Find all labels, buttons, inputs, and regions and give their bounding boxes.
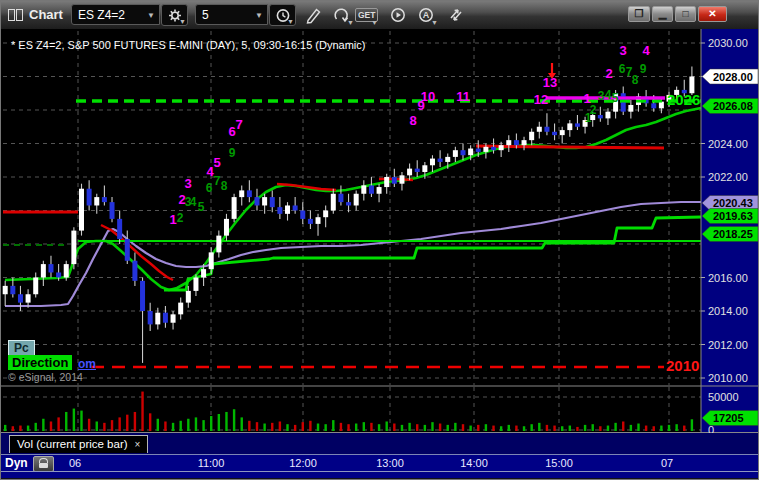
chevron-down-icon: ▼ <box>287 18 294 25</box>
svg-text:12: 12 <box>534 92 548 107</box>
settings-gear-button[interactable]: ▼ <box>161 4 188 26</box>
svg-text:6: 6 <box>619 62 626 76</box>
symbol-dropdown[interactable]: ES Z4=2 ▼ <box>71 4 160 25</box>
chevron-down-icon: ▼ <box>147 5 155 26</box>
link-arrows-icon <box>446 6 466 24</box>
svg-text:4: 4 <box>642 43 650 58</box>
chart-plot-area[interactable]: 1234567891011121312342345678912345678920… <box>1 29 759 433</box>
get-data-button[interactable]: GET ▼ <box>353 4 379 26</box>
title-bar: Chart ES Z4=2 ▼ ▼ 5 ▼ ▼ <box>1 1 758 30</box>
minimize-button[interactable]: ▁ <box>652 6 673 22</box>
time-axis-label: 06 <box>69 457 81 469</box>
lock-icon[interactable] <box>33 456 54 472</box>
pane-tab-row: Vol (current price bar)× <box>1 433 758 454</box>
svg-text:5: 5 <box>198 200 205 214</box>
maximize-button[interactable]: □ <box>675 6 696 22</box>
interval-clock-button[interactable]: ▼ <box>269 4 296 26</box>
draw-pencil-button[interactable] <box>301 4 327 26</box>
time-axis-label: 07 <box>661 457 673 469</box>
svg-text:7: 7 <box>235 117 242 132</box>
play-icon <box>388 6 408 24</box>
chevron-down-icon: ▼ <box>431 19 438 26</box>
minimize-icon: ▁ <box>659 8 667 19</box>
price-pane-background <box>1 29 701 386</box>
symbol-value: ES Z4=2 <box>78 8 125 22</box>
price-tag-value: 2028.00 <box>713 71 753 83</box>
svg-text:8: 8 <box>221 179 228 193</box>
chart-window: Chart ES Z4=2 ▼ ▼ 5 ▼ ▼ <box>0 0 759 480</box>
price-tag-value: 2019.63 <box>713 210 753 222</box>
direction-indicator-badge: Direction <box>8 355 72 370</box>
dock-icon: ❐ <box>635 8 644 19</box>
svg-text:2: 2 <box>177 211 184 225</box>
close-icon[interactable]: × <box>135 439 141 450</box>
level-2010-label: 2010 <box>666 357 699 374</box>
volume-axis-label: 50000 <box>708 391 739 403</box>
price-tag-value: 2026.08 <box>713 100 753 112</box>
time-axis-label: 11:00 <box>198 457 225 469</box>
alert-a-button[interactable]: A ▼ <box>413 4 439 26</box>
copyright-label: © eSignal, 2014 <box>8 371 83 383</box>
tab-volume-label: Vol (current price bar) <box>17 438 128 450</box>
window-title: Chart <box>29 7 63 22</box>
chart-window-icon <box>8 9 24 21</box>
svg-text:10: 10 <box>421 89 435 104</box>
time-axis-label: 12:00 <box>289 457 317 469</box>
time-axis-bar[interactable]: Dyn 0611:0012:0013:0014:0015:0007 <box>1 454 758 471</box>
chevron-down-icon: ▼ <box>371 19 378 26</box>
level-2026-label: 2026 <box>667 91 700 108</box>
svg-text:11: 11 <box>456 89 470 104</box>
price-axis-label: 2012.00 <box>708 339 748 351</box>
time-axis-label: 13:00 <box>376 457 404 469</box>
svg-text:5: 5 <box>612 91 619 105</box>
volume-tag-value: 17205 <box>713 412 744 424</box>
price-axis-label: 2022.00 <box>708 171 748 183</box>
pencil-icon <box>304 6 324 24</box>
svg-text:9: 9 <box>640 62 647 76</box>
link-instruments-button[interactable] <box>443 4 469 26</box>
dyn-mode-label: Dyn <box>5 456 28 470</box>
svg-text:9: 9 <box>229 146 236 160</box>
svg-text:2: 2 <box>590 103 597 117</box>
svg-text:3: 3 <box>598 89 605 103</box>
svg-text:3: 3 <box>619 43 626 58</box>
close-icon: ✕ <box>708 8 716 19</box>
tab-volume[interactable]: Vol (current price bar)× <box>9 435 148 453</box>
svg-text:4: 4 <box>605 88 612 102</box>
maximize-icon: □ <box>682 8 688 19</box>
time-axis-label: 15:00 <box>545 457 573 469</box>
interval-dropdown[interactable]: 5 ▼ <box>195 4 268 25</box>
chart-title: * ES Z4=2, S&P 500 FUTURES E-MINI (DAY),… <box>11 39 365 51</box>
time-axis-label: 14:00 <box>460 457 488 469</box>
svg-text:8: 8 <box>632 73 639 87</box>
svg-text:13: 13 <box>543 75 557 90</box>
svg-text:2: 2 <box>605 66 612 81</box>
svg-text:1: 1 <box>169 212 176 227</box>
price-axis-label: 2010.00 <box>708 372 748 384</box>
pc-indicator-badge: Pc <box>8 340 35 356</box>
price-axis-label: 2014.00 <box>708 305 748 317</box>
performance-curve-button[interactable]: ▼ <box>329 4 355 26</box>
om-link[interactable]: om <box>78 357 96 371</box>
stop-red-flat <box>476 146 664 148</box>
close-button[interactable]: ✕ <box>698 6 727 22</box>
playback-button[interactable] <box>385 4 411 26</box>
price-axis-label: 2024.00 <box>708 138 748 150</box>
volume-pane-background <box>1 386 701 433</box>
svg-text:5: 5 <box>213 155 220 170</box>
svg-text:3: 3 <box>184 176 191 191</box>
chevron-down-icon: ▼ <box>179 18 186 25</box>
price-tag-value: 2020.43 <box>713 197 753 209</box>
chevron-down-icon: ▼ <box>255 5 263 26</box>
price-axis-label: 2030.00 <box>708 37 748 49</box>
svg-text:7: 7 <box>214 174 221 188</box>
svg-text:6: 6 <box>206 181 213 195</box>
svg-text:A: A <box>423 10 430 20</box>
price-tag-value: 2018.25 <box>713 228 753 240</box>
svg-text:4: 4 <box>190 195 197 209</box>
dock-button[interactable]: ❐ <box>628 6 650 22</box>
interval-value: 5 <box>202 8 209 22</box>
price-axis-label: 2016.00 <box>708 272 748 284</box>
svg-text:8: 8 <box>409 113 416 128</box>
